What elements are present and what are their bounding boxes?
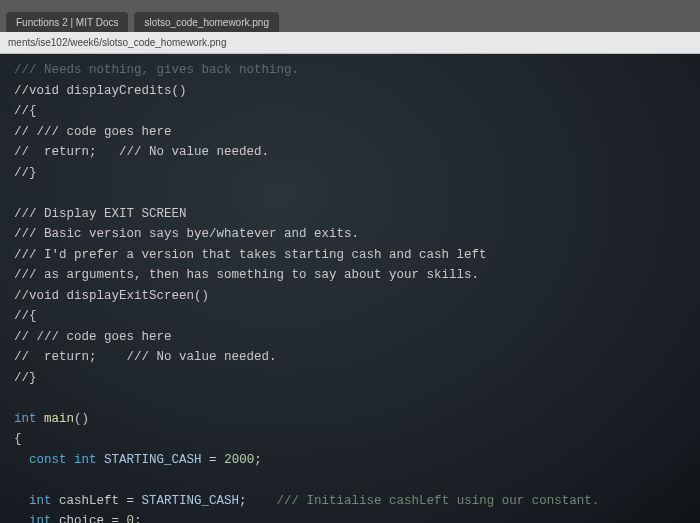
- var-decl: choice =: [52, 514, 127, 523]
- number-literal: 2000: [224, 453, 254, 467]
- comment-text: /// code goes here: [29, 125, 172, 139]
- comment-text: /// Needs nothing, gives back nothing.: [14, 63, 299, 77]
- var-decl: cashLeft =: [52, 494, 142, 508]
- code-editor-viewport: /// Needs nothing, gives back nothing. /…: [0, 54, 700, 523]
- comment-text: //{: [14, 104, 37, 118]
- code-line: // return; /// No value needed.: [14, 347, 686, 368]
- comment-text: //void displayExitScreen(): [14, 289, 209, 303]
- address-bar[interactable]: ments/ise102/week6/slotso_code_homework.…: [0, 32, 700, 54]
- code-line: //}: [14, 368, 686, 389]
- comment-marker: //: [14, 330, 29, 344]
- code-line: /// Needs nothing, gives back nothing.: [14, 60, 686, 81]
- tab-label: slotso_code_homework.png: [144, 17, 269, 28]
- code-line: // /// code goes here: [14, 327, 686, 348]
- comment-text: /// I'd prefer a version that takes star…: [14, 248, 487, 262]
- code-line: {: [14, 429, 686, 450]
- code-line: int main(): [14, 409, 686, 430]
- code-line: /// Display EXIT SCREEN: [14, 204, 686, 225]
- assign: =: [202, 453, 225, 467]
- url-text: ments/ise102/week6/slotso_code_homework.…: [8, 37, 226, 48]
- code-line: //}: [14, 163, 686, 184]
- blank-line: [14, 183, 686, 204]
- comment-text: //void displayCredits(): [14, 84, 187, 98]
- code-line: // return; /// No value needed.: [14, 142, 686, 163]
- blank-line: [14, 470, 686, 491]
- const-ref: STARTING_CASH: [142, 494, 240, 508]
- comment-text: //{: [14, 309, 37, 323]
- code-line: int choice = 0;: [14, 511, 686, 523]
- indent: [14, 514, 29, 523]
- code-line: int cashLeft = STARTING_CASH; /// Initia…: [14, 491, 686, 512]
- inline-comment: /// Initialise cashLeft using our consta…: [247, 494, 600, 508]
- comment-text: /// No value needed.: [97, 350, 277, 364]
- code-line: //{: [14, 101, 686, 122]
- code-text: return;: [29, 350, 97, 364]
- code-line: //void displayCredits(): [14, 81, 686, 102]
- keyword-const: const: [29, 453, 67, 467]
- comment-text: //}: [14, 166, 37, 180]
- code-line: //{: [14, 306, 686, 327]
- comment-text: /// Display EXIT SCREEN: [14, 207, 187, 221]
- code-line: /// I'd prefer a version that takes star…: [14, 245, 686, 266]
- comment-marker: //: [14, 145, 29, 159]
- semicolon: ;: [254, 453, 262, 467]
- code-text: return;: [29, 145, 97, 159]
- number-literal: 0: [127, 514, 135, 523]
- semicolon: ;: [239, 494, 247, 508]
- code-line: const int STARTING_CASH = 2000;: [14, 450, 686, 471]
- comment-text: //}: [14, 371, 37, 385]
- keyword-int: int: [14, 412, 37, 426]
- comment-marker: //: [14, 350, 29, 364]
- blank-line: [14, 388, 686, 409]
- indent: [14, 494, 29, 508]
- const-name: STARTING_CASH: [104, 453, 202, 467]
- space: [67, 453, 75, 467]
- comment-marker: //: [14, 125, 29, 139]
- open-brace: {: [14, 432, 22, 446]
- comment-text: /// Basic version says bye/whatever and …: [14, 227, 359, 241]
- code-line: /// Basic version says bye/whatever and …: [14, 224, 686, 245]
- keyword-int: int: [29, 514, 52, 523]
- indent: [14, 453, 29, 467]
- browser-tab-strip: Functions 2 | MIT Docs slotso_code_homew…: [0, 0, 700, 32]
- space: [37, 412, 45, 426]
- comment-text: /// as arguments, then has something to …: [14, 268, 479, 282]
- func-main: main: [44, 412, 74, 426]
- browser-tab-1[interactable]: Functions 2 | MIT Docs: [6, 12, 128, 32]
- keyword-int: int: [29, 494, 52, 508]
- comment-text: /// No value needed.: [97, 145, 270, 159]
- comment-text: /// code goes here: [29, 330, 172, 344]
- semicolon: ;: [134, 514, 142, 523]
- space: [97, 453, 105, 467]
- code-line: //void displayExitScreen(): [14, 286, 686, 307]
- code-line: /// as arguments, then has something to …: [14, 265, 686, 286]
- tab-label: Functions 2 | MIT Docs: [16, 17, 118, 28]
- keyword-int: int: [74, 453, 97, 467]
- parens: (): [74, 412, 89, 426]
- browser-tab-2[interactable]: slotso_code_homework.png: [134, 12, 279, 32]
- code-line: // /// code goes here: [14, 122, 686, 143]
